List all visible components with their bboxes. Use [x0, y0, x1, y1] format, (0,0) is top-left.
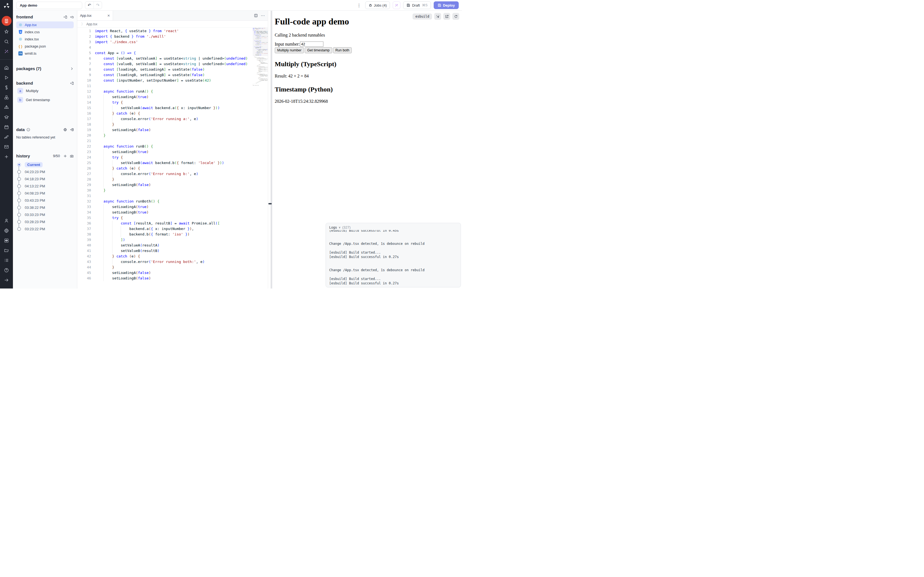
chevron-right-icon[interactable]: [70, 67, 74, 71]
history-snapshot-row[interactable]: 04:18:23 PM: [17, 175, 74, 182]
app-name-input[interactable]: [16, 2, 82, 9]
data-section-header: data: [16, 127, 74, 132]
windmill-logo-icon[interactable]: [3, 2, 10, 9]
add-table-button[interactable]: [70, 128, 74, 132]
preview-buttons-row: Multiply numberGet timestampRun both: [275, 47, 460, 53]
settings-icon[interactable]: [2, 226, 11, 235]
logs-output[interactable]: [esbuild] Build successful in 0.45sChang…: [329, 230, 457, 285]
history-snapshot-row[interactable]: 03:43:23 PM: [17, 197, 74, 204]
add-file-button[interactable]: [63, 15, 67, 19]
line-text: const [loadingA, setLoadingA] = useState…: [95, 67, 253, 72]
wand-icon[interactable]: [2, 47, 11, 55]
monaco-editor[interactable]: 1import React, { useState } from 'react'…: [77, 28, 268, 288]
search-icon[interactable]: [2, 37, 11, 46]
undo-button[interactable]: ↶: [85, 2, 94, 9]
indent-guide: [103, 155, 104, 160]
add-snapshot-button[interactable]: [63, 154, 67, 158]
redo-button[interactable]: ↷: [94, 2, 102, 9]
help-icon[interactable]: [2, 266, 11, 274]
history-snapshot-row[interactable]: 03:28:23 PM: [17, 218, 74, 225]
data-settings-gear-icon[interactable]: [63, 128, 67, 132]
camera-icon[interactable]: [70, 154, 74, 158]
split-editor-icon[interactable]: [254, 13, 258, 18]
mail-icon[interactable]: [2, 143, 11, 151]
user-icon[interactable]: [2, 216, 11, 225]
line-text: try {: [95, 100, 253, 105]
triggers-icon[interactable]: [2, 103, 11, 111]
history-snapshot-row[interactable]: 03:38:22 PM: [17, 204, 74, 211]
home-icon[interactable]: [2, 63, 11, 72]
jobs-button[interactable]: Jobs (4): [365, 2, 390, 9]
editor-more-icon[interactable]: ⋯: [261, 13, 265, 18]
breadcrumb-file[interactable]: App.tsx: [86, 22, 97, 26]
file-item-package-json[interactable]: { }package.json: [16, 43, 74, 50]
history-snapshot-row[interactable]: 04:08:23 PM: [17, 190, 74, 197]
current-version-pill[interactable]: Current: [25, 162, 43, 167]
pane-splitter[interactable]: [268, 11, 272, 288]
file-item-index-tsx[interactable]: index.tsx: [16, 36, 74, 43]
runnable-multiply[interactable]: aMultiply: [16, 87, 74, 95]
line-text: const [loadingB, setLoadingB] = useState…: [95, 72, 253, 78]
refresh-button[interactable]: [452, 13, 459, 20]
file-item-index-css[interactable]: 3index.css: [16, 29, 74, 35]
open-external-button[interactable]: [443, 13, 450, 20]
preview-button-run-both[interactable]: Run both: [333, 47, 352, 53]
preview-button-get-timestamp[interactable]: Get timestamp: [305, 47, 332, 53]
runnable-get-timestamp[interactable]: bGet timestamp: [16, 96, 74, 103]
code-line: 20 }: [77, 133, 253, 138]
line-text: setValueA(resultA): [95, 243, 253, 248]
folders-icon[interactable]: [2, 246, 11, 255]
snapshot-node-icon: [17, 184, 21, 188]
logs-title[interactable]: Logs: [329, 225, 337, 229]
minimap[interactable]: import React, { useState } from 'react'i…: [253, 28, 268, 288]
more-menu-button[interactable]: ⋮: [356, 3, 362, 8]
plus-icon[interactable]: [2, 153, 11, 161]
code-line: 41 setValueB(resultB): [77, 248, 253, 254]
app-preview-panel: esbuild Full-code app demo Calling 2 bac…: [272, 11, 462, 288]
flows-icon[interactable]: [2, 133, 11, 141]
add-runnable-button[interactable]: [70, 81, 74, 85]
apps-icon[interactable]: [2, 16, 11, 26]
workers-icon[interactable]: [2, 236, 11, 245]
packages-section-header[interactable]: packages (7): [16, 66, 74, 71]
history-snapshot-row[interactable]: 03:33:23 PM: [17, 211, 74, 218]
list-icon[interactable]: [2, 256, 11, 264]
variables-icon[interactable]: [2, 83, 11, 92]
file-item-App-tsx[interactable]: App.tsx: [16, 21, 74, 28]
ai-wand-button[interactable]: [393, 2, 401, 9]
inspect-select-button[interactable]: [434, 13, 441, 20]
indent-guide: [112, 226, 113, 232]
tab-app-tsx[interactable]: App.tsx ✕: [77, 11, 113, 20]
code-editor-pane: App.tsx ✕ ⋯ 〉 App.tsx 1import React, { u…: [77, 11, 268, 288]
code-area[interactable]: 1import React, { useState } from 'react'…: [77, 28, 253, 288]
line-text: setValueB(resultB): [95, 248, 253, 254]
line-text: } catch (e) {: [95, 166, 253, 171]
collapse-icon[interactable]: [2, 276, 11, 284]
history-snapshot-row[interactable]: 04:13:22 PM: [17, 182, 74, 190]
close-tab-icon[interactable]: ✕: [107, 14, 110, 18]
frontend-title: frontend: [16, 15, 33, 19]
snapshot-node-icon: [17, 213, 21, 216]
line-number: 11: [77, 83, 91, 89]
add-folder-button[interactable]: [70, 15, 74, 19]
chevron-right-icon[interactable]: 〉: [81, 22, 85, 27]
learn-icon[interactable]: [2, 113, 11, 121]
schedules-icon[interactable]: [2, 123, 11, 131]
input-number-field[interactable]: [300, 42, 323, 47]
deploy-button[interactable]: Deploy: [434, 2, 459, 9]
indent-guide: [103, 116, 104, 122]
log-line: [329, 233, 457, 237]
file-item-wmill-ts[interactable]: TSwmill.ts: [16, 50, 74, 57]
star-icon[interactable]: [2, 27, 11, 36]
line-text: console.error('Error running b:', e): [95, 171, 253, 177]
draft-button[interactable]: Draft ⌘S: [403, 2, 431, 9]
history-snapshot-row[interactable]: 03:23:22 PM: [17, 225, 74, 232]
history-current-row[interactable]: Current: [17, 161, 74, 168]
bug-icon: [368, 3, 372, 7]
preview-button-multiply-number[interactable]: Multiply number: [275, 47, 304, 53]
splitter-handle[interactable]: [268, 203, 272, 205]
resources-icon[interactable]: [2, 93, 11, 102]
history-snapshot-row[interactable]: 04:23:23 PM: [17, 168, 74, 175]
chevron-down-icon[interactable]: ∨: [339, 226, 341, 229]
runs-icon[interactable]: [2, 73, 11, 82]
